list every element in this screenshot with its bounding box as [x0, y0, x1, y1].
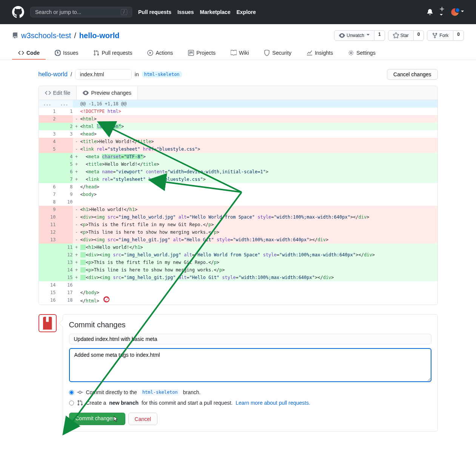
- tab-settings[interactable]: Settings: [342, 47, 382, 60]
- diff-row: 5+ <title>Hello World!</title>: [39, 160, 437, 168]
- learn-more-link[interactable]: Learn more about pull requests.: [236, 400, 310, 406]
- diff-row: 10-<div><img src="img_hello_world.jpg" a…: [39, 213, 437, 221]
- repo-icon: [12, 32, 18, 39]
- slash-key-hint: /: [121, 9, 127, 15]
- diff-row: 11+ <h1>Hello world!</h1>: [39, 244, 437, 251]
- repo-header: w3schools-test / hello-world Unwatch 1 S…: [0, 24, 476, 60]
- git-commit-icon: [77, 389, 83, 395]
- nav-issues[interactable]: Issues: [177, 9, 194, 15]
- fork-count[interactable]: 0: [453, 30, 464, 41]
- commit-description-input[interactable]: [69, 348, 431, 382]
- diff-row: 12-<p>This line is here to show how merg…: [39, 228, 437, 236]
- star-count[interactable]: 0: [414, 30, 424, 41]
- branch-tag[interactable]: html-skeleton: [142, 71, 182, 77]
- diff-row: 11-<p>This is the first file in my new G…: [39, 221, 437, 228]
- diff-row: 15+ <div><img src="img_hello_git.jpg" al…: [39, 274, 437, 281]
- diff-row: 68 </head>: [39, 183, 437, 191]
- create-branch-radio[interactable]: Create a new branch for this commit and …: [69, 398, 431, 408]
- create-new-icon[interactable]: [439, 6, 445, 18]
- star-button[interactable]: Star: [388, 30, 414, 41]
- repo-name-link[interactable]: hello-world: [79, 31, 120, 40]
- edit-file-tab[interactable]: Edit file: [39, 86, 77, 100]
- repo-breadcrumb: w3schools-test / hello-world: [12, 31, 120, 40]
- diff-row: 2-<html>: [39, 115, 437, 123]
- file-breadcrumb: hello-world / in html-skeleton Cancel ch…: [39, 69, 438, 80]
- diff-row: 1416: [39, 281, 437, 289]
- git-pr-icon: [77, 400, 83, 406]
- watch-count[interactable]: 1: [374, 30, 385, 41]
- global-header: Search or jump to... / Pull requests Iss…: [0, 0, 476, 24]
- repo-owner-link[interactable]: w3schools-test: [21, 31, 71, 40]
- diff-row: 2+<html lang="en">: [39, 123, 437, 130]
- commit-heading: Commit changes: [69, 321, 431, 329]
- commit-direct-radio[interactable]: Commit directly to the html-skeleton bra…: [69, 387, 431, 398]
- diff-row: 4-<title>Hello World!</title>: [39, 138, 437, 145]
- commit-avatar: [39, 314, 57, 332]
- nav-marketplace[interactable]: Marketplace: [200, 9, 231, 15]
- diff-row: 12+ <div><img src="img_hello_world.jpg" …: [39, 251, 437, 259]
- commit-changes-button[interactable]: Commit changes: [69, 413, 125, 425]
- cancel-changes-button[interactable]: Cancel changes: [387, 69, 437, 80]
- svg-point-5: [79, 391, 81, 393]
- tab-insights[interactable]: Insights: [300, 47, 339, 60]
- fork-button[interactable]: Fork: [427, 30, 453, 41]
- diff-row: 13-<div><img src="img_hello_git.jpg" alt…: [39, 236, 437, 244]
- diff-row: 7+ <link rel="stylesheet" href="bluestyl…: [39, 176, 437, 183]
- diff-row: 4+ <meta charset="UTF-8">: [39, 153, 437, 160]
- repo-tabs: Code Issues Pull requests Actions Projec…: [12, 47, 464, 60]
- svg-point-1: [57, 52, 59, 54]
- tab-projects[interactable]: Projects: [182, 47, 222, 60]
- diff-row: 33 <head>: [39, 130, 437, 138]
- diff-row: 79 <body>: [39, 191, 437, 198]
- svg-point-4: [350, 52, 352, 54]
- tab-actions[interactable]: Actions: [141, 47, 179, 60]
- commit-form: Commit changes Commit directly to the ht…: [63, 314, 438, 432]
- user-menu[interactable]: [451, 8, 464, 16]
- preview-changes-tab[interactable]: Preview changes: [77, 86, 138, 100]
- top-nav: Pull requests Issues Marketplace Explore: [138, 9, 256, 15]
- diff-row: 1517 </body>: [39, 289, 437, 296]
- diff-row: 1618 </html>: [39, 296, 437, 305]
- tab-pulls[interactable]: Pull requests: [87, 47, 138, 60]
- tab-security[interactable]: Security: [258, 47, 297, 60]
- breadcrumb-root[interactable]: hello-world: [39, 71, 68, 78]
- diff-row: 6+ <meta name="viewport" content="width=…: [39, 168, 437, 176]
- avatar: [451, 8, 459, 16]
- search-placeholder: Search or jump to...: [35, 9, 81, 15]
- diff-table: ......@@ -1,16 +1,18 @@11 <!DOCTYPE html…: [39, 100, 437, 305]
- commit-summary-input[interactable]: [69, 334, 431, 344]
- cancel-commit-button[interactable]: Cancel: [128, 413, 158, 425]
- tab-wiki[interactable]: Wiki: [225, 47, 255, 60]
- unwatch-button[interactable]: Unwatch: [334, 30, 374, 41]
- diff-row: 5-<link rel="stylesheet" href="bluestyle…: [39, 145, 437, 153]
- tab-code[interactable]: Code: [12, 47, 46, 60]
- filename-input[interactable]: [75, 69, 132, 80]
- diff-row: 810: [39, 198, 437, 206]
- search-input[interactable]: Search or jump to... /: [30, 7, 132, 17]
- cursor-icon: [114, 416, 119, 422]
- github-logo[interactable]: [12, 6, 24, 18]
- diff-viewer: Edit file Preview changes ......@@ -1,16…: [39, 86, 438, 305]
- notifications-icon[interactable]: [427, 9, 433, 15]
- nav-pulls[interactable]: Pull requests: [138, 9, 171, 15]
- tab-issues[interactable]: Issues: [49, 47, 84, 60]
- diff-row: 14+ <p>This line is here to show how mer…: [39, 266, 437, 274]
- diff-row: 11 <!DOCTYPE html>: [39, 108, 437, 115]
- diff-row: 13+ <p>This is the first file in my new …: [39, 259, 437, 266]
- nav-explore[interactable]: Explore: [236, 9, 256, 15]
- diff-row: 9-<h1>Hello world!</h1>: [39, 206, 437, 213]
